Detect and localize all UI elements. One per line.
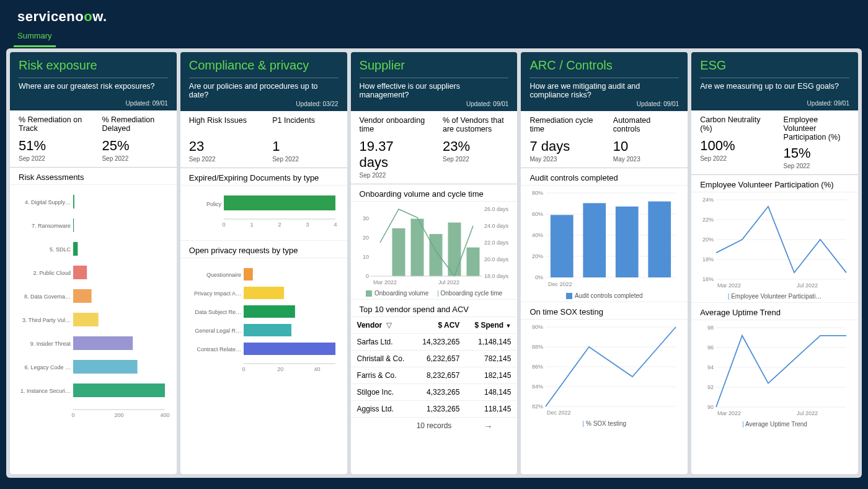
section-expired-docs: Expired/Expiring Documents by type bbox=[180, 168, 347, 186]
panel-arc-controls: ARC / Controls How are we mitigating aud… bbox=[521, 52, 688, 474]
svg-text:10: 10 bbox=[363, 254, 369, 260]
metric-automated-controls[interactable]: Automated controls 10 May 2023 bbox=[604, 111, 688, 168]
section-sox-testing: On time SOX testing bbox=[521, 302, 688, 320]
svg-text:98: 98 bbox=[707, 325, 714, 331]
section-evp: Employee Volunteer Participation (%) bbox=[691, 175, 858, 192]
svg-text:Policy: Policy bbox=[206, 201, 222, 207]
svg-rect-9 bbox=[73, 289, 92, 303]
chart-expired-docs[interactable]: Policy01234 bbox=[180, 186, 347, 240]
metric-high-risk-issues[interactable]: High Risk Issues 23 Sep 2022 bbox=[180, 111, 264, 168]
metrics-row: Carbon Neutrality (%) 100% Sep 2022 Empl… bbox=[691, 110, 858, 175]
metric-date: Sep 2022 bbox=[700, 155, 766, 162]
filter-icon[interactable]: ▽ bbox=[386, 321, 392, 330]
metric-date: Sep 2022 bbox=[19, 155, 84, 162]
svg-text:2. Public Cloud: 2. Public Cloud bbox=[33, 270, 71, 276]
metric-onboarding-time[interactable]: Vendor onboarding time 19.37 days Sep 20… bbox=[351, 111, 434, 184]
panel-title: Compliance & privacy bbox=[189, 58, 339, 73]
table-row[interactable]: Farris & Co.8,232,657182,145 bbox=[351, 367, 518, 384]
svg-text:24.0 days: 24.0 days bbox=[484, 223, 509, 229]
legend-audit: Audit controls completed bbox=[521, 290, 688, 302]
metric-remediation-on-track[interactable]: % Remediation on Track 51% Sep 2022 bbox=[10, 110, 93, 167]
table-row[interactable]: Aggiss Ltd.1,323,265118,145 bbox=[351, 401, 518, 418]
next-page-icon[interactable]: → bbox=[484, 421, 492, 431]
panel-esg: ESG Are we measuring up to our ESG goals… bbox=[691, 52, 858, 474]
chart-privacy-requests[interactable]: QuestionnairePrivacy Impact A…Data Subje… bbox=[180, 258, 347, 381]
panel-updated: Updated: 09/01 bbox=[19, 100, 168, 107]
table-vendor-spend: Vendor ▽ $ ACV $ Spend ▼ Sarfas Ltd.14,3… bbox=[351, 317, 518, 418]
svg-text:94: 94 bbox=[707, 364, 714, 370]
legend-uptime: | Average Uptime Trend bbox=[691, 418, 858, 430]
metric-date: Sep 2022 bbox=[443, 156, 508, 163]
table-footer: 10 records → bbox=[351, 418, 518, 434]
metric-value: 10 bbox=[613, 138, 679, 155]
legend-label: % SOX testing bbox=[586, 420, 626, 427]
svg-rect-23 bbox=[224, 195, 335, 210]
metric-remediation-cycle[interactable]: Remediation cycle time 7 days May 2023 bbox=[521, 111, 604, 168]
chart-risk-assessments[interactable]: 4. Digital Supply…7. Ransomware5. SDLC2.… bbox=[10, 185, 177, 419]
cell-vendor: Stilgoe Inc. bbox=[351, 384, 414, 401]
svg-text:400: 400 bbox=[160, 412, 169, 418]
panel-header: Risk exposure Where are our greatest ris… bbox=[10, 52, 177, 110]
legend-label: Onboarding volume bbox=[374, 290, 428, 297]
svg-rect-55 bbox=[410, 218, 423, 276]
svg-text:Mar 2022: Mar 2022 bbox=[373, 279, 397, 285]
svg-rect-39 bbox=[244, 343, 335, 355]
cell-acv: 4,323,265 bbox=[414, 384, 466, 401]
metric-label: % of Vendors that are customers bbox=[443, 116, 508, 135]
cell-acv: 6,232,657 bbox=[414, 351, 466, 367]
panel-header: ESG Are we measuring up to our ESG goals… bbox=[691, 52, 858, 110]
table-row[interactable]: Christall & Co.6,232,657782,145 bbox=[351, 351, 518, 367]
svg-rect-11 bbox=[73, 313, 99, 326]
cell-spend: 148,145 bbox=[466, 384, 517, 401]
metric-value: 19.37 days bbox=[360, 138, 425, 171]
metric-label: % Remediation on Track bbox=[19, 115, 84, 134]
metric-value: 7 days bbox=[529, 138, 595, 155]
metric-date: Sep 2022 bbox=[189, 156, 255, 163]
metric-value: 15% bbox=[784, 145, 849, 161]
metric-p1-incidents[interactable]: P1 Incidents 1 Sep 2022 bbox=[264, 111, 347, 168]
svg-text:0: 0 bbox=[366, 273, 369, 279]
chart-sox-testing[interactable]: 82%84%86%88%90%Dec 2022 bbox=[521, 320, 688, 418]
record-count: 10 records bbox=[417, 421, 452, 430]
cell-vendor: Christall & Co. bbox=[351, 351, 414, 367]
panel-title: ESG bbox=[700, 58, 849, 73]
chart-onboarding[interactable]: 010203018.0 days20.0 days22.0 days24.0 d… bbox=[351, 202, 518, 287]
sort-desc-icon[interactable]: ▼ bbox=[505, 323, 511, 329]
tab-bar: Summary bbox=[0, 27, 868, 47]
metric-date: Sep 2022 bbox=[784, 163, 849, 169]
col-spend[interactable]: $ Spend ▼ bbox=[466, 317, 517, 334]
col-vendor[interactable]: Vendor ▽ bbox=[351, 317, 414, 334]
cell-vendor: Aggiss Ltd. bbox=[351, 401, 414, 418]
table-row[interactable]: Stilgoe Inc.4,323,265148,145 bbox=[351, 384, 518, 401]
legend-label: Average Uptime Trend bbox=[745, 421, 807, 428]
metric-date: Sep 2022 bbox=[102, 155, 167, 162]
chart-audit-controls[interactable]: 0%20%40%60%80%Dec 2022 bbox=[521, 186, 688, 290]
svg-text:0: 0 bbox=[71, 412, 74, 418]
table-row[interactable]: Sarfas Ltd.14,323,2651,148,145 bbox=[351, 334, 518, 351]
col-acv[interactable]: $ ACV bbox=[414, 317, 466, 334]
svg-text:82%: 82% bbox=[532, 403, 543, 410]
metric-carbon-neutrality[interactable]: Carbon Neutrality (%) 100% Sep 2022 bbox=[691, 110, 774, 174]
tab-summary[interactable]: Summary bbox=[14, 27, 56, 47]
svg-text:20%: 20% bbox=[532, 253, 543, 259]
cell-spend: 182,145 bbox=[466, 367, 517, 384]
svg-text:24%: 24% bbox=[702, 197, 714, 203]
cell-acv: 1,323,265 bbox=[414, 401, 466, 418]
svg-text:26.0 days: 26.0 days bbox=[484, 206, 509, 212]
svg-text:20.0 days: 20.0 days bbox=[484, 256, 509, 262]
metrics-row: % Remediation on Track 51% Sep 2022 % Re… bbox=[10, 110, 177, 168]
svg-text:General Legal R…: General Legal R… bbox=[195, 328, 241, 334]
legend-evp: | Employee Volunteer Participati… bbox=[691, 290, 858, 302]
cell-vendor: Farris & Co. bbox=[351, 367, 414, 384]
section-vendor-spend: Top 10 vendor spend and ACV bbox=[351, 299, 518, 317]
metric-vendors-customers[interactable]: % of Vendors that are customers 23% Sep … bbox=[434, 111, 517, 184]
brand-text-1: serviceno bbox=[17, 9, 84, 24]
section-onboarding: Onboarding volume and cycle time bbox=[351, 184, 518, 202]
legend-label: Audit controls completed bbox=[575, 292, 643, 299]
metric-remediation-delayed[interactable]: % Remediation Delayed 25% Sep 2022 bbox=[93, 110, 176, 167]
panel-subtitle: How effective is our suppliers managemen… bbox=[360, 78, 509, 99]
metric-volunteer-participation[interactable]: Employee Volunteer Participation (%) 15%… bbox=[775, 110, 858, 174]
chart-uptime[interactable]: 9092949698Mar 2022Jul 2022 bbox=[691, 320, 858, 418]
chart-evp[interactable]: 16%18%20%22%24%Mar 2022Jul 2022 bbox=[691, 192, 858, 290]
svg-text:86%: 86% bbox=[532, 364, 543, 370]
